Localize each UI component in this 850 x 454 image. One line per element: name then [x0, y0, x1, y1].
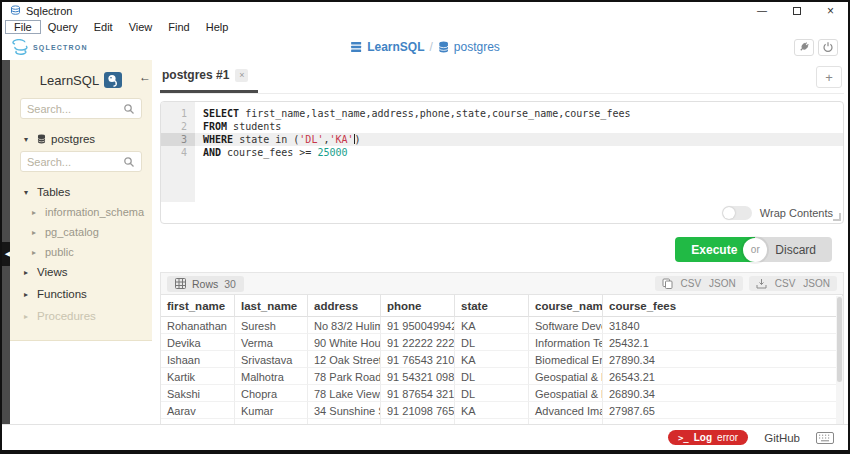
wrap-contents-toggle[interactable] [722, 206, 752, 220]
editor-resize-handle[interactable] [833, 213, 841, 221]
tab-close-icon[interactable]: × [235, 69, 248, 82]
copy-icon[interactable] [662, 278, 673, 289]
cell-course-fees[interactable]: 26543.21 [603, 368, 843, 385]
cell-course-fees[interactable]: 27987.65 [603, 402, 843, 419]
query-editor[interactable]: 1 2 3 4 SELECT first_name,last_name,addr… [160, 101, 844, 224]
cell-course-fees[interactable]: 26890.34 [603, 385, 843, 402]
cell-course-name[interactable]: Geospatial & Ma... [529, 385, 603, 402]
cell-phone[interactable]: 91 22222 22222 [381, 334, 455, 351]
cell-address[interactable]: 78 Lake View [308, 385, 381, 402]
table-row[interactable]: Harsh Bhatia 78 Pine View 91 43210 98765… [161, 419, 843, 424]
cell-address[interactable]: No 83/2 Hulima... [308, 317, 381, 334]
cell-state[interactable]: DL [455, 334, 529, 351]
cell-phone[interactable]: 91 950049942 [381, 317, 455, 334]
code-area[interactable]: SELECT first_name,last_name,address,phon… [195, 102, 843, 202]
cell-last-name[interactable]: Chopra [235, 385, 308, 402]
copy-json-button[interactable]: JSON [709, 278, 736, 289]
table-row[interactable]: Rohanathan Suresh No 83/2 Hulima... 91 9… [161, 317, 843, 334]
cell-last-name[interactable]: Malhotra [235, 368, 308, 385]
keyboard-shortcuts-icon[interactable] [816, 432, 834, 444]
cell-address[interactable]: 12 Oak Street [308, 351, 381, 368]
breadcrumb-database[interactable]: postgres [454, 40, 500, 54]
cell-phone[interactable]: 91 21098 76543 [381, 402, 455, 419]
sidebar-item-functions[interactable]: ▸ Functions [10, 282, 152, 304]
cell-first-name[interactable]: Harsh [161, 419, 235, 424]
cell-address[interactable]: 78 Pine View [308, 419, 381, 424]
column-header[interactable]: last_name [235, 295, 308, 317]
cell-phone[interactable]: 91 43210 98765 [381, 419, 455, 424]
github-link[interactable]: GitHub [764, 432, 800, 444]
cell-address[interactable]: 78 Park Road [308, 368, 381, 385]
database-search-input[interactable] [27, 156, 123, 168]
cell-course-name[interactable]: Geospatial & Ma... [529, 419, 603, 424]
column-header[interactable]: first_name [161, 295, 235, 317]
sidebar-item-postgres[interactable]: ▾ postgres [10, 129, 152, 149]
column-header[interactable]: address [308, 295, 381, 317]
cell-course-name[interactable]: Geospatial & Ma... [529, 368, 603, 385]
table-row[interactable]: Kartik Malhotra 78 Park Road 91 54321 09… [161, 368, 843, 385]
scrollbar-thumb[interactable] [837, 297, 842, 382]
cell-first-name[interactable]: Devika [161, 334, 235, 351]
cell-last-name[interactable]: Bhatia [235, 419, 308, 424]
cell-state[interactable]: KA [455, 419, 529, 424]
menu-view[interactable]: View [121, 21, 161, 33]
cell-state[interactable]: DL [455, 368, 529, 385]
cell-course-fees[interactable]: 25432.1 [603, 334, 843, 351]
column-header[interactable]: course_fees [603, 295, 843, 317]
table-row[interactable]: Sakshi Chopra 78 Lake View 91 87654 3210… [161, 385, 843, 402]
save-icon[interactable] [756, 278, 767, 289]
cell-course-fees[interactable]: 27890.34 [603, 351, 843, 368]
column-header[interactable]: phone [381, 295, 455, 317]
tab-postgres-1[interactable]: postgres #1 × [160, 62, 258, 93]
menu-query[interactable]: Query [40, 21, 86, 33]
cell-last-name[interactable]: Suresh [235, 317, 308, 334]
cell-course-name[interactable]: Advanced Imagi... [529, 402, 603, 419]
save-json-button[interactable]: JSON [803, 278, 830, 289]
cell-first-name[interactable]: Sakshi [161, 385, 235, 402]
server-search[interactable] [20, 98, 142, 119]
cell-phone[interactable]: 91 54321 09876 [381, 368, 455, 385]
table-row[interactable]: Devika Verma 90 White House 91 22222 222… [161, 334, 843, 351]
cell-phone[interactable]: 91 87654 32109 [381, 385, 455, 402]
maximize-button[interactable] [793, 7, 801, 15]
server-search-input[interactable] [27, 103, 123, 115]
cell-last-name[interactable]: Kumar [235, 402, 308, 419]
menu-find[interactable]: Find [160, 21, 197, 33]
cell-course-fees[interactable]: 31840 [603, 317, 843, 334]
cell-last-name[interactable]: Srivastava [235, 351, 308, 368]
cell-address[interactable]: 34 Sunshine Soc... [308, 402, 381, 419]
table-row[interactable]: Ishaan Srivastava 12 Oak Street 91 76543… [161, 351, 843, 368]
sidebar-item-pg-catalog[interactable]: ▸ pg_catalog [10, 222, 152, 242]
menu-edit[interactable]: Edit [86, 21, 121, 33]
cell-phone[interactable]: 91 76543 21098 [381, 351, 455, 368]
log-error-button[interactable]: >_ Log error [668, 430, 748, 445]
close-button[interactable]: × [827, 6, 834, 16]
save-csv-button[interactable]: CSV [775, 278, 796, 289]
cell-state[interactable]: KA [455, 351, 529, 368]
cell-first-name[interactable]: Ishaan [161, 351, 235, 368]
column-header[interactable]: course_name [529, 295, 603, 317]
menu-file[interactable]: File [6, 21, 40, 33]
cell-course-name[interactable]: Biomedical Engi... [529, 351, 603, 368]
sidebar-item-tables[interactable]: ▾ Tables [10, 182, 152, 202]
cell-course-name[interactable]: Information Tech... [529, 334, 603, 351]
cell-first-name[interactable]: Kartik [161, 368, 235, 385]
cell-course-fees[interactable]: 26789.45 [603, 419, 843, 424]
breadcrumb-server[interactable]: LearnSQL [367, 40, 424, 54]
new-tab-button[interactable]: + [816, 66, 842, 88]
cell-last-name[interactable]: Verma [235, 334, 308, 351]
database-search[interactable] [20, 151, 142, 172]
copy-csv-button[interactable]: CSV [681, 278, 702, 289]
rows-count-chip[interactable]: Rows 30 [167, 276, 244, 292]
menu-help[interactable]: Help [198, 21, 237, 33]
minimize-button[interactable]: — [757, 6, 767, 16]
cell-state[interactable]: KA [455, 317, 529, 334]
cell-first-name[interactable]: Rohanathan [161, 317, 235, 334]
results-scrollbar[interactable] [836, 296, 843, 424]
cell-state[interactable]: DL [455, 385, 529, 402]
table-row[interactable]: Aarav Kumar 34 Sunshine Soc... 91 21098 … [161, 402, 843, 419]
sidebar-item-procedures[interactable]: ▸ Procedures [10, 304, 152, 326]
sidebar-item-views[interactable]: ▸ Views [10, 262, 152, 282]
cell-course-name[interactable]: Software Develo... [529, 317, 603, 334]
reconnect-button[interactable] [794, 39, 814, 56]
